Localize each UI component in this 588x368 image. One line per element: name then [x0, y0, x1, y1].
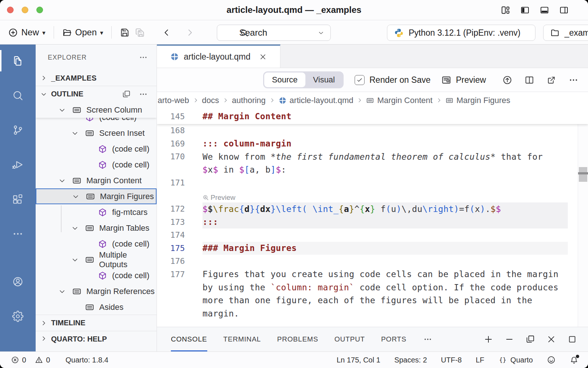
tree-item[interactable]: Asides	[36, 299, 157, 315]
panel-tab-console[interactable]: CONSOLE	[171, 327, 207, 351]
section-quarto-help[interactable]: QUARTO: HELP	[36, 331, 157, 351]
zoom-window-button[interactable]	[36, 7, 43, 13]
code-editor[interactable]: 145## Margin Content 168169::: column-ma…	[157, 109, 588, 327]
toggle-visual[interactable]: Visual	[305, 72, 343, 87]
render-on-save-checkbox[interactable]	[355, 75, 365, 85]
cube-icon	[98, 239, 107, 249]
ellipsis-icon	[12, 228, 24, 240]
section-outline[interactable]: OUTLINE	[36, 86, 157, 102]
tree-item[interactable]: (code cell)	[36, 157, 157, 173]
scrollbar-thumb[interactable]	[579, 167, 587, 182]
status-eol[interactable]: LF	[476, 356, 484, 364]
activity-explorer[interactable]	[0, 49, 36, 72]
render-icon[interactable]	[502, 75, 512, 85]
codelens[interactable]: Preview	[157, 190, 588, 203]
toggle-source[interactable]: Source	[264, 72, 305, 87]
editor-scrollbar[interactable]	[578, 109, 588, 327]
tree-item[interactable]: (code cell)	[36, 236, 157, 252]
panel-close-icon[interactable]	[546, 335, 556, 344]
status-encoding[interactable]: UTF-8	[441, 356, 462, 364]
search-icon	[12, 90, 24, 101]
preview-button[interactable]: Preview	[441, 75, 486, 85]
more-actions-icon[interactable]	[569, 75, 578, 85]
layout-sidebar-left-icon[interactable]	[520, 5, 530, 15]
status-notifications[interactable]	[570, 355, 578, 364]
panel-copy-panel-icon[interactable]	[526, 335, 535, 344]
status-quarto-version[interactable]: Quarto: 1.8.4	[65, 356, 108, 364]
back-icon[interactable]	[162, 28, 172, 38]
breadcrumb-item[interactable]: Margin Content	[366, 96, 432, 105]
collapse-all-icon[interactable]	[122, 90, 131, 99]
activity-accounts[interactable]	[0, 270, 36, 293]
python-interpreter-button[interactable]: Python 3.12.1 (PipEnv: .venv)	[387, 25, 535, 41]
render-on-save-label: Render on Save	[369, 75, 430, 85]
save-icon[interactable]	[120, 28, 130, 38]
breadcrumb-item[interactable]: docs	[202, 96, 219, 105]
panel-square-icon[interactable]	[567, 335, 577, 344]
panel-tab-terminal[interactable]: TERMINAL	[223, 327, 261, 351]
activity-source-control[interactable]	[0, 118, 36, 142]
panel-tab-problems[interactable]: PROBLEMS	[277, 327, 318, 351]
panel-tab-ports[interactable]: PORTS	[381, 327, 406, 351]
editor-toolbar: Source Visual Render on Save Preview	[157, 68, 588, 92]
panel-plus-icon[interactable]	[484, 335, 493, 344]
status-warnings[interactable]: 0	[35, 356, 50, 364]
tree-item[interactable]: Multiple Outputs	[36, 252, 157, 268]
new-button[interactable]: New ▾	[8, 27, 46, 38]
breadcrumb-item[interactable]: Margin Figures	[445, 96, 510, 105]
layout-customize-icon[interactable]	[501, 5, 510, 15]
preview-lens-icon	[202, 194, 209, 201]
activity-run-and-debug[interactable]	[0, 153, 36, 176]
tree-item[interactable]: Margin Content	[36, 173, 157, 188]
activity-extensions[interactable]	[0, 187, 36, 211]
status-indentation[interactable]: Spaces: 2	[394, 356, 427, 364]
breadcrumb-item[interactable]: article-layout.qmd	[279, 96, 354, 105]
breadcrumb-item[interactable]: arto-web	[158, 96, 189, 105]
extensions-icon	[12, 194, 24, 205]
status-feedback[interactable]	[547, 355, 556, 364]
tree-item[interactable]: (code cell)	[36, 268, 157, 283]
tree-item[interactable]: Screen Inset	[36, 125, 157, 141]
section-examples[interactable]: _EXAMPLES	[36, 70, 157, 86]
sticky-code-line: 145## Margin Content	[157, 109, 588, 124]
tab-article-layout[interactable]: article-layout.qmd	[157, 45, 280, 68]
tree-item[interactable]: Margin Tables	[36, 220, 157, 236]
open-button[interactable]: Open ▾	[62, 27, 103, 38]
toolbar-divider	[111, 26, 112, 39]
layout-panel-icon[interactable]	[539, 5, 549, 15]
close-window-button[interactable]	[7, 7, 14, 13]
tree-item[interactable]: Margin References	[36, 283, 157, 299]
panel-tab-output[interactable]: OUTPUT	[334, 327, 365, 351]
braces-icon: {}	[498, 355, 507, 364]
panel-minus-icon[interactable]	[505, 335, 514, 344]
ellipsis-icon[interactable]	[139, 53, 148, 62]
section-timeline[interactable]: TIMELINE	[36, 315, 157, 331]
python-interpreter-label: Python 3.12.1 (PipEnv: .venv)	[409, 28, 520, 38]
minimize-window-button[interactable]	[22, 7, 28, 13]
tree-item[interactable]: fig-mtcars	[36, 204, 157, 220]
search-input[interactable]: Search	[217, 25, 331, 41]
ellipsis-icon[interactable]	[139, 90, 148, 99]
save-all-icon[interactable]	[135, 28, 145, 38]
tree-item-label: Screen Inset	[99, 128, 145, 138]
close-icon[interactable]	[259, 53, 267, 61]
files-icon	[12, 55, 24, 67]
code-line: more than one figure, each of the figure…	[157, 294, 588, 307]
line-number: 171	[157, 178, 185, 187]
open-external-icon[interactable]	[546, 75, 556, 85]
tree-item[interactable]: Margin Figures	[36, 188, 157, 204]
status-errors[interactable]: 0	[11, 356, 26, 364]
activity-settings[interactable]	[0, 304, 36, 328]
forward-icon[interactable]	[185, 28, 195, 38]
layout-sidebar-right-icon[interactable]	[559, 5, 569, 15]
status-language-mode[interactable]: {}Quarto	[498, 355, 533, 364]
split-editor-icon[interactable]	[524, 75, 534, 85]
activity-search[interactable]	[0, 84, 36, 107]
activity-more-views[interactable]	[0, 222, 36, 245]
status-cursor-position[interactable]: Ln 175, Col 1	[337, 356, 380, 364]
workspace-button[interactable]: _examples	[543, 25, 588, 41]
tree-item[interactable]: Screen Column	[36, 102, 157, 118]
tree-item[interactable]: (code cell)	[36, 141, 157, 157]
breadcrumb-item[interactable]: authoring	[232, 96, 266, 105]
panel-more-icon[interactable]	[423, 335, 432, 344]
